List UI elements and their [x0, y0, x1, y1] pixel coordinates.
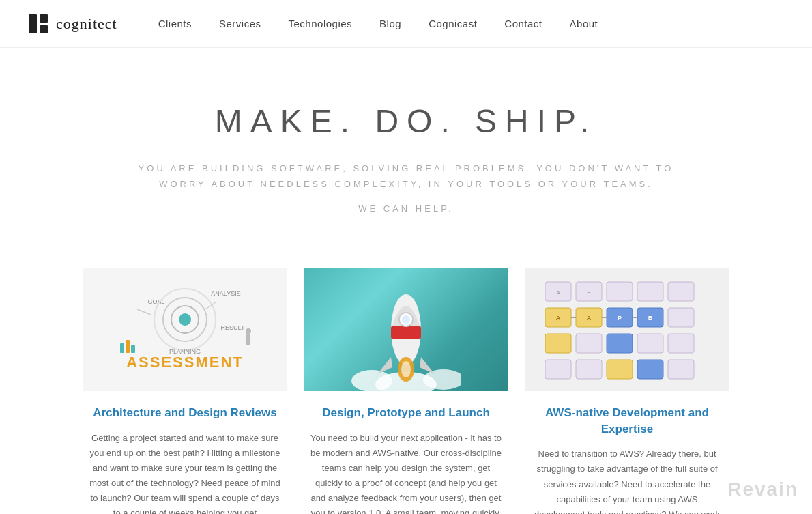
nav-services[interactable]: Services — [219, 18, 261, 29]
nav-links: Clients Services Technologies Blog Cogni… — [158, 18, 598, 30]
rocket-container — [304, 268, 508, 391]
nav-about[interactable]: About — [570, 18, 598, 29]
card-assessment-text: Getting a project started and want to ma… — [89, 431, 280, 514]
svg-rect-33 — [637, 282, 663, 301]
svg-rect-44 — [668, 334, 694, 353]
svg-text:GOAL: GOAL — [147, 298, 164, 305]
card-aws-image: A B A A P B — [525, 268, 729, 391]
main-nav: cognitect Clients Services Technologies … — [0, 0, 812, 48]
svg-text:RESULT: RESULT — [221, 324, 245, 331]
nav-blog[interactable]: Blog — [379, 18, 401, 29]
svg-rect-43 — [637, 334, 663, 353]
svg-rect-40 — [545, 334, 571, 353]
aws-svg: A B A A P B — [525, 268, 729, 391]
card-assessment-image: ASSESSMENT GOAL ANALYSIS RESULT PLANNING — [83, 268, 287, 391]
hero-section: MAKE. DO. SHIP. YOU ARE BUILDING SOFTWAR… — [0, 48, 812, 241]
svg-rect-41 — [576, 334, 602, 353]
svg-rect-19 — [131, 345, 135, 353]
card-assessment-title: Architecture and Design Reviews — [89, 405, 280, 421]
svg-text:ASSESSMENT: ASSESSMENT — [126, 354, 244, 371]
svg-point-28 — [401, 361, 411, 377]
hero-subtitle: YOU ARE BUILDING SOFTWARE, SOLVING REAL … — [126, 160, 686, 192]
nav-cognicast[interactable]: Cognicast — [429, 18, 477, 29]
svg-rect-45 — [545, 360, 571, 379]
card-assessment: ASSESSMENT GOAL ANALYSIS RESULT PLANNING — [83, 268, 287, 514]
svg-rect-32 — [607, 282, 633, 301]
card-aws-body: AWS-native Development and Expertise Nee… — [525, 391, 729, 514]
card-launch-text: You need to build your next application … — [310, 431, 502, 514]
svg-rect-34 — [668, 282, 694, 301]
svg-text:PLANNING: PLANNING — [169, 348, 201, 355]
nav-contact[interactable]: Contact — [504, 18, 542, 29]
card-launch-title: Design, Prototype and Launch — [310, 405, 502, 421]
svg-text:ANALYSIS: ANALYSIS — [211, 290, 240, 297]
card-launch-body: Design, Prototype and Launch You need to… — [304, 391, 508, 514]
svg-text:B: B — [587, 289, 590, 296]
svg-rect-0 — [29, 14, 37, 33]
card-launch-image — [304, 268, 508, 391]
svg-rect-42 — [607, 334, 633, 353]
svg-rect-17 — [120, 343, 124, 353]
assessment-svg: ASSESSMENT GOAL ANALYSIS RESULT PLANNING — [83, 268, 287, 391]
rocket-svg — [351, 268, 461, 391]
svg-text:B: B — [648, 315, 653, 322]
svg-text:A: A — [556, 315, 561, 322]
card-aws: A B A A P B AWS-native Development and E… — [525, 268, 729, 514]
hero-cta: WE CAN HELP. — [27, 203, 785, 214]
svg-text:A: A — [556, 289, 560, 296]
hero-title: MAKE. DO. SHIP. — [27, 102, 785, 140]
card-aws-text: Need to transition to AWS? Already there… — [532, 446, 723, 514]
svg-point-7 — [179, 313, 191, 326]
nav-clients[interactable]: Clients — [158, 18, 192, 29]
svg-point-16 — [246, 328, 251, 334]
svg-rect-18 — [126, 340, 130, 353]
svg-rect-2 — [40, 25, 48, 33]
svg-rect-49 — [668, 360, 694, 379]
svg-rect-15 — [246, 333, 250, 345]
svg-text:A: A — [587, 315, 592, 322]
logo-text: cognitect — [56, 15, 117, 33]
svg-text:P: P — [618, 315, 622, 322]
cards-section: ASSESSMENT GOAL ANALYSIS RESULT PLANNING — [0, 241, 812, 514]
logo-link[interactable]: cognitect — [27, 13, 117, 35]
card-aws-title: AWS-native Development and Expertise — [532, 405, 723, 438]
svg-rect-3 — [83, 268, 287, 391]
svg-rect-46 — [576, 360, 602, 379]
svg-rect-39 — [668, 308, 694, 327]
card-assessment-body: Architecture and Design Reviews Getting … — [83, 391, 287, 514]
logo-icon — [27, 13, 49, 35]
card-launch: Design, Prototype and Launch You need to… — [304, 268, 508, 514]
svg-point-26 — [402, 315, 410, 324]
svg-rect-48 — [637, 360, 663, 379]
nav-technologies[interactable]: Technologies — [289, 18, 353, 29]
svg-rect-1 — [40, 14, 48, 23]
svg-rect-24 — [391, 326, 421, 339]
svg-rect-47 — [607, 360, 633, 379]
